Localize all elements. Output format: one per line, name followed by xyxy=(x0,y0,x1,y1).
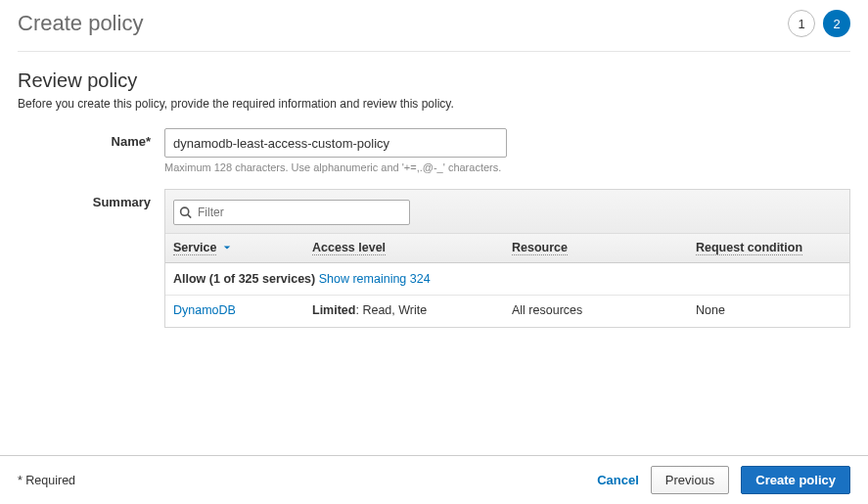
th-access[interactable]: Access level xyxy=(312,241,512,255)
th-condition-label: Request condition xyxy=(696,241,802,255)
name-input[interactable] xyxy=(164,128,507,158)
table-row: DynamoDB Limited: Read, Write All resour… xyxy=(165,296,849,327)
th-resource[interactable]: Resource xyxy=(512,241,696,255)
th-condition[interactable]: Request condition xyxy=(696,241,842,255)
cell-resource: All resources xyxy=(512,303,696,317)
step-1[interactable]: 1 xyxy=(788,10,815,37)
summary-label: Summary xyxy=(18,189,164,209)
page-title: Create policy xyxy=(18,11,143,36)
section-subtitle: Before you create this policy, provide t… xyxy=(18,97,850,111)
cell-access: Limited: Read, Write xyxy=(312,303,512,317)
name-hint: Maximum 128 characters. Use alphanumeric… xyxy=(164,161,850,173)
filter-input[interactable] xyxy=(173,200,410,225)
summary-table: Service Access level Resource Request co… xyxy=(164,189,850,328)
wizard-steps: 1 2 xyxy=(788,10,850,37)
search-icon xyxy=(179,206,192,219)
table-header: Service Access level Resource Request co… xyxy=(165,234,849,263)
th-service-label: Service xyxy=(173,241,216,255)
cell-condition: None xyxy=(696,303,842,317)
allow-summary-row: Allow (1 of 325 services) Show remaining… xyxy=(165,263,849,296)
name-label: Name* xyxy=(18,128,164,149)
allow-count: Allow (1 of 325 services) xyxy=(173,272,315,286)
svg-line-1 xyxy=(188,214,191,217)
th-access-label: Access level xyxy=(312,241,386,255)
th-resource-label: Resource xyxy=(512,241,568,255)
section-title: Review policy xyxy=(18,69,850,92)
chevron-down-icon xyxy=(223,241,231,254)
step-2[interactable]: 2 xyxy=(823,10,850,37)
svg-point-0 xyxy=(181,207,189,215)
th-service[interactable]: Service xyxy=(173,241,312,255)
show-remaining-link[interactable]: Show remaining 324 xyxy=(319,272,431,286)
service-link[interactable]: DynamoDB xyxy=(173,303,236,317)
